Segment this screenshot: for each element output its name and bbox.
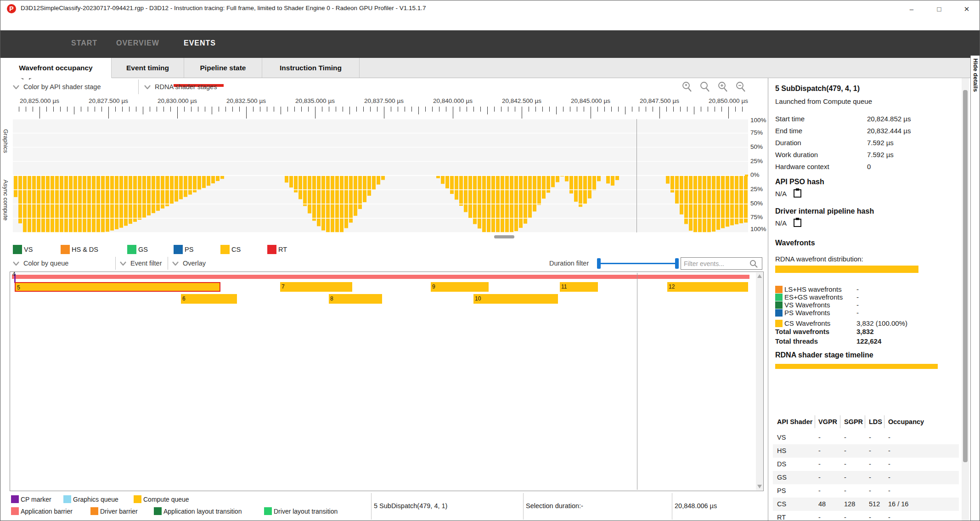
detail-value: 0	[867, 163, 871, 170]
table-header-api-shader: API Shader	[777, 418, 812, 425]
chevron-down-icon[interactable]	[13, 85, 19, 89]
duration-filter-min-handle[interactable]	[597, 258, 601, 269]
chevron-down-icon[interactable]	[13, 261, 19, 266]
details-scrollbar-thumb[interactable]	[963, 90, 968, 462]
time-tick-label: 20,845.000 µs	[571, 97, 610, 104]
percent-tick-label: 25%	[750, 186, 763, 193]
event-bar-10[interactable]: 10	[473, 294, 558, 304]
subtab-wavefront-occupancy[interactable]: Wavefront occupancy	[0, 58, 112, 78]
event-bar-9[interactable]: 9	[431, 282, 489, 292]
time-tick-label: 20,840.000 µs	[433, 97, 473, 104]
event-details-panel: 5 SubDispatch(479, 4, 1) Launched from C…	[768, 78, 962, 521]
vertical-scrollbar[interactable]	[756, 272, 763, 490]
legend-label: Graphics queue	[73, 496, 118, 503]
subtab-instruction-timing[interactable]: Instruction Timing	[262, 58, 360, 78]
percent-tick-label: 100%	[750, 117, 766, 124]
tab-events[interactable]: EVENTS	[184, 39, 216, 47]
chevron-down-icon[interactable]	[144, 85, 151, 89]
color-by-api-stage-dropdown[interactable]: Color by API shader stage	[23, 83, 101, 91]
time-tick-label: 20,842.500 µs	[502, 97, 541, 104]
hide-details-label: Hide details	[972, 58, 979, 92]
table-cell: -	[869, 447, 871, 454]
chevron-down-icon[interactable]	[120, 261, 126, 266]
hs&ds-legend-swatch	[61, 245, 70, 254]
event-timeline-panel[interactable]: 4 56789101112	[10, 272, 764, 491]
scroll-up-icon[interactable]	[757, 274, 762, 278]
wavefront-value: -	[856, 309, 859, 317]
table-cell: 128	[844, 500, 855, 508]
status-selected-event: 5 SubDispatch(479, 4, 1)	[374, 502, 447, 510]
status-hover-time: 20,848.006 µs	[675, 502, 717, 510]
table-cell: PS	[777, 487, 786, 494]
event-bar-6[interactable]: 6	[181, 294, 237, 304]
table-cell: -	[818, 487, 821, 494]
color-by-queue-dropdown[interactable]: Color by queue	[23, 260, 68, 267]
duration-filter-track[interactable]	[599, 263, 677, 264]
close-button[interactable]: ✕	[953, 0, 980, 18]
table-cell: GS	[777, 474, 787, 481]
wavefront-distribution-bar	[775, 266, 918, 273]
rdna-shader-stages-dropdown[interactable]: RDNA shader stages	[155, 83, 217, 91]
percent-tick-label: 50%	[750, 143, 763, 150]
time-tick-label: 20,847.500 µs	[640, 97, 679, 104]
duration-filter-max-handle[interactable]	[675, 258, 679, 269]
wavefront-label: ES+GS wavefronts	[784, 293, 843, 301]
event-bar-12[interactable]: 12	[667, 282, 748, 292]
legend-label: Application barrier	[21, 508, 73, 515]
legend-label: Compute queue	[143, 496, 189, 503]
table-header-divider	[865, 415, 865, 428]
legend-label: GS	[138, 246, 148, 253]
event-bar-8[interactable]: 8	[329, 294, 382, 304]
event-bar-7[interactable]: 7	[280, 282, 352, 292]
percent-tick-label: 25%	[750, 158, 763, 164]
zoom-reset-icon[interactable]	[699, 82, 710, 93]
copy-to-clipboard-icon[interactable]	[794, 218, 801, 227]
legend-label: CS	[231, 246, 241, 253]
api-pso-hash-heading: API PSO hash	[775, 178, 824, 186]
table-row-shade	[773, 444, 959, 458]
zoom-to-selection-icon[interactable]	[681, 82, 693, 93]
table-cell: -	[844, 460, 846, 468]
hide-details-button[interactable]: Hide details	[970, 56, 980, 521]
tab-overview[interactable]: OVERVIEW	[116, 39, 159, 47]
detail-label: Start time	[775, 115, 805, 123]
search-icon	[749, 259, 758, 268]
window-title: D3D12SimpleClassify-20230717-094421.rgp …	[21, 5, 426, 11]
barrier-bar-4[interactable]	[12, 275, 749, 279]
wavefront-occupancy-chart[interactable]: 20,825.000 µs20,827.500 µs20,830.000 µs2…	[13, 96, 748, 239]
driver-layout-transition-legend-swatch	[264, 507, 272, 515]
horizontal-scrollbar-handle[interactable]	[494, 235, 514, 238]
table-header-divider	[815, 415, 815, 428]
subtab-event-timing[interactable]: Event timing	[112, 58, 184, 78]
graphics-queue-legend-swatch	[63, 495, 71, 503]
details-scrollbar[interactable]	[962, 78, 969, 521]
overlay-dropdown[interactable]: Overlay	[183, 260, 206, 267]
legend-label: Application layout transition	[163, 508, 242, 515]
subtab-pipeline-state[interactable]: Pipeline state	[184, 58, 262, 78]
zoom-in-icon[interactable]	[717, 82, 728, 93]
minimize-button[interactable]: –	[898, 0, 925, 18]
chevron-down-icon[interactable]	[172, 261, 179, 266]
scroll-down-icon[interactable]	[757, 485, 762, 488]
table-header-lds: LDS	[869, 418, 882, 425]
time-tick-label: 20,850.000 µs	[709, 97, 748, 104]
table-cell: -	[888, 460, 890, 468]
event-bar-11[interactable]: 11	[560, 282, 598, 292]
wavefront-swatch	[775, 309, 783, 317]
event-bar-5[interactable]: 5	[15, 282, 220, 292]
divider	[168, 257, 168, 270]
wavefront-value: -	[856, 293, 859, 301]
detail-value: 20,824.852 µs	[867, 115, 911, 123]
table-cell: -	[818, 434, 821, 441]
rt-legend-swatch	[267, 245, 276, 254]
event-filter-dropdown[interactable]: Event filter	[130, 260, 162, 267]
tab-start[interactable]: START	[71, 39, 97, 47]
copy-to-clipboard-icon[interactable]	[794, 188, 801, 198]
zoom-out-icon[interactable]	[735, 82, 746, 93]
wavefront-label: VS Wavefronts	[784, 301, 830, 309]
time-tick-label: 20,835.000 µs	[295, 97, 335, 104]
time-cursor-line	[637, 273, 637, 490]
distribution-label: RDNA wavefront distribution:	[775, 255, 863, 263]
maximize-button[interactable]: □	[925, 0, 953, 18]
application-barrier-legend-swatch	[11, 507, 19, 515]
